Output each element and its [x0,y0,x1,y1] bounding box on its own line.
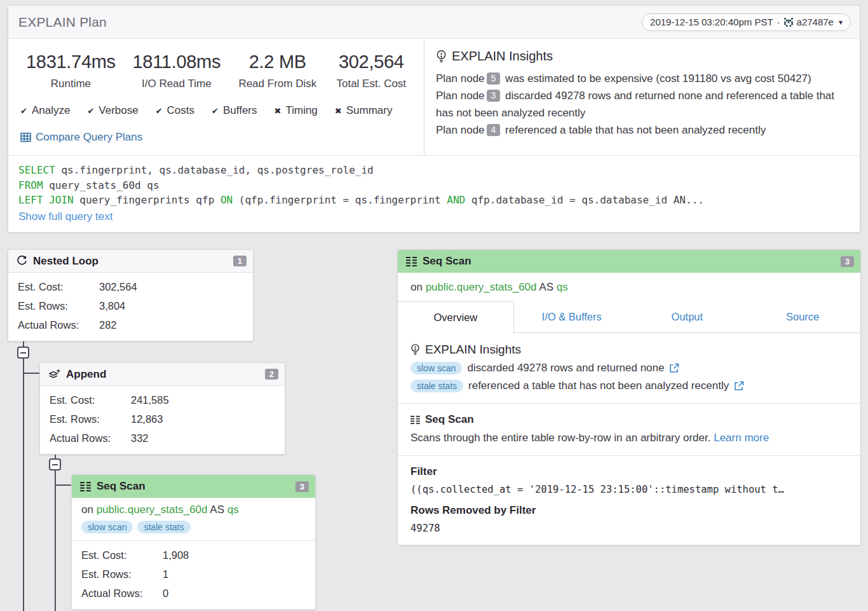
node-number-badge: 3 [841,256,854,267]
option-costs: ✔Costs [156,104,194,117]
lightbulb-icon [410,343,420,356]
sql-line: FROM query_stats_60d qs [18,178,850,193]
check-icon: ✔ [212,106,219,116]
plan-node-badge[interactable]: 3 [487,90,501,102]
node-stat-row: Est. Rows:3,804 [18,296,243,315]
tab-overview[interactable]: Overview [398,301,514,333]
cross-icon: ✖ [275,106,281,116]
loop-icon [17,256,27,266]
tree-connector-line [55,484,72,486]
node-detail-panel: Seq Scan 3 on public.query_stats_60d AS … [397,249,861,546]
plan-node-card-append[interactable]: Append 2 Est. Cost:241,585 Est. Rows:12,… [39,362,285,455]
check-icon: ✔ [156,106,163,116]
rows-removed-title: Rows Removed by Filter [410,504,848,517]
metric-io-read-time: 1811.08ms I/O Read Time [123,51,230,90]
option-verbose: ✔Verbose [87,104,138,117]
node-card-header: Append 2 [40,363,285,386]
tree-connector-line [23,333,24,611]
node-number-badge: 2 [265,369,278,380]
detail-insight-item: stale stats referenced a table that has … [410,380,848,392]
detail-table-reference: on public.query_stats_60d AS qs [398,273,860,301]
filter-expression: ((qs.collected_at = '2019-12-15 23:15:00… [410,484,848,495]
insights-title: EXPLAIN Insights [436,49,847,64]
panel-header: EXPLAIN Plan 2019-12-15 03:20:40pm PST ·… [8,6,860,39]
metric-read-from-disk: 2.2 MB Read From Disk [230,51,325,90]
option-buffers: ✔Buffers [212,104,257,117]
metrics-row: 1831.74ms Runtime 1811.08ms I/O Read Tim… [18,51,417,90]
insight-item: Plan node3 discarded 49278 rows and retu… [436,87,847,121]
seq-scan-rows-icon [80,482,91,491]
node-stat-row: Actual Rows:332 [50,429,275,448]
sql-line: SELECT qs.fingerprint, qs.database_id, q… [18,163,850,178]
node-doc-description: Scans through the entire table row-by-ro… [410,432,848,444]
plan-node-badge[interactable]: 4 [487,124,501,136]
tab-source[interactable]: Source [745,301,860,333]
lightbulb-icon [436,50,447,64]
table-link[interactable]: public.query_stats_60d [97,504,208,516]
tab-output[interactable]: Output [630,301,745,333]
node-doc-section: Seq Scan Scans through the entire table … [398,403,860,455]
learn-more-link[interactable]: Learn more [714,432,769,444]
option-summary: ✖Summary [335,104,393,117]
node-stat-row: Actual Rows:282 [18,315,243,334]
seq-scan-rows-icon [406,257,417,266]
check-icon: ✔ [87,106,94,116]
rows-removed-value: 49278 [410,523,848,534]
table-grid-icon [20,132,31,142]
node-stat-row: Est. Cost:302,564 [18,277,243,296]
tag-stale-stats: stale stats [410,380,463,392]
plan-selector-button[interactable]: 2019-12-15 03:20:40pm PST · a27487e ▾ [642,13,851,31]
insight-item: Plan node5 was estimated to be expensive… [436,70,847,87]
node-stat-row: Est. Cost:1,908 [81,546,306,565]
option-timing: ✖Timing [275,104,318,117]
plan-stats-column: 1831.74ms Runtime 1811.08ms I/O Read Tim… [8,39,424,155]
node-stat-row: Actual Rows:0 [81,584,306,603]
check-icon: ✔ [20,106,27,116]
explain-plan-panel: EXPLAIN Plan 2019-12-15 03:20:40pm PST ·… [8,5,860,233]
detail-tabs: Overview I/O & Buffers Output Source [398,301,860,333]
filter-section: Filter ((qs.collected_at = '2019-12-15 2… [398,455,860,545]
node-number-badge: 3 [295,481,309,492]
node-card-header: Seq Scan 3 [72,475,315,498]
tree-connector-line [55,446,56,611]
collapse-node-button[interactable] [49,458,61,470]
alias-link[interactable]: qs [227,504,239,516]
tag-stale-stats: stale stats [137,521,190,533]
explain-options-row: ✔Analyze ✔Verbose ✔Costs ✔Buffers ✖Timin… [18,104,417,117]
detail-insight-item: slow scan discarded 49278 rows and retur… [410,362,848,374]
node-tags: slow scan stale stats [72,516,315,541]
chevron-down-icon: ▾ [839,18,843,27]
explain-insights-summary: EXPLAIN Insights Plan node5 was estimate… [424,39,860,155]
alias-link[interactable]: qs [557,281,568,293]
table-link[interactable]: public.query_stats_60d [426,281,537,293]
external-link-icon[interactable] [669,363,679,373]
external-link-icon[interactable] [734,381,744,391]
detail-header: Seq Scan 3 [398,250,860,273]
plan-timestamp: 2019-12-15 03:20:40pm PST [650,17,773,27]
filter-title: Filter [410,465,848,478]
collapse-node-button[interactable] [17,347,29,359]
node-stat-row: Est. Rows:1 [81,565,306,584]
detail-insights-section: EXPLAIN Insights slow scan discarded 492… [398,333,860,403]
metric-runtime: 1831.74ms Runtime [18,51,123,90]
sql-line: LEFT JOIN query_fingerprints qfp ON (qfp… [18,193,850,208]
option-analyze: ✔Analyze [20,104,70,117]
tab-io-buffers[interactable]: I/O & Buffers [514,301,630,333]
insight-item: Plan node4 referenced a table that has n… [436,121,847,139]
plan-node-card-seq-scan[interactable]: Seq Scan 3 on public.query_stats_60d AS … [71,474,316,610]
query-text-section: SELECT qs.fingerprint, qs.database_id, q… [8,155,860,232]
tag-slow-scan: slow scan [410,362,462,374]
detail-insights-title: EXPLAIN Insights [410,343,848,357]
node-number-badge: 1 [233,256,247,266]
show-full-query-link[interactable]: Show full query text [18,210,112,223]
tag-slow-scan: slow scan [81,521,133,533]
plan-node-card-nested-loop[interactable]: Nested Loop 1 Est. Cost:302,564 Est. Row… [8,249,254,341]
node-table-reference: on public.query_stats_60d AS qs [72,498,315,516]
plan-node-badge[interactable]: 5 [487,72,501,85]
metric-total-est-cost: 302,564 Total Est. Cost [325,51,417,90]
fingerprint-identicon-icon [784,18,793,27]
cross-icon: ✖ [335,106,342,116]
seq-scan-rows-icon [410,416,420,424]
compare-query-plans-link[interactable]: Compare Query Plans [18,131,417,144]
plan-fingerprint: a27487e [797,17,834,27]
